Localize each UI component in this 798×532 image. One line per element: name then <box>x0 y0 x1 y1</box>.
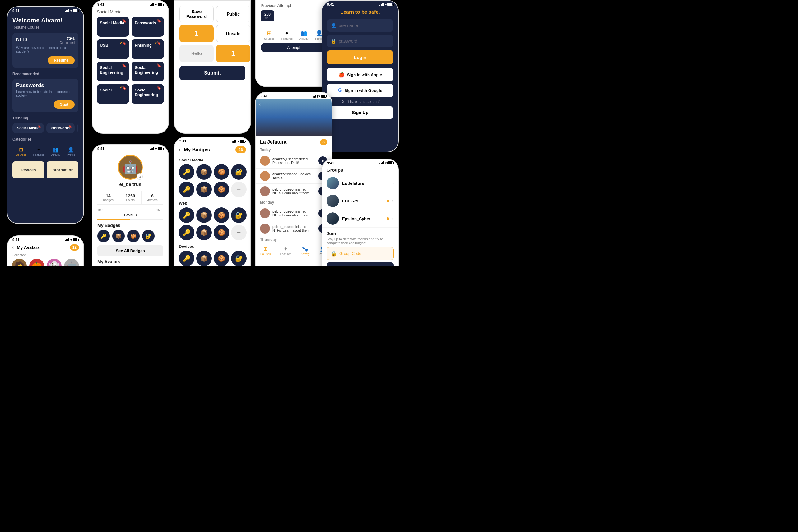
group-code-field: 🔒 <box>326 247 394 260</box>
group-chevron-2: › <box>392 198 394 203</box>
group-name-3: Epsilon_Cyber <box>342 216 383 221</box>
tile-social-eng-2[interactable]: 🔖 Social Engineering <box>132 61 164 81</box>
building-image <box>255 99 331 136</box>
status-icons-10: ▾ <box>65 238 78 242</box>
avatar-3[interactable]: 👻 <box>46 259 61 266</box>
battery-7 <box>240 139 245 143</box>
sm-badge-plus[interactable]: + <box>231 182 247 197</box>
save-password-button[interactable]: Save Password <box>179 5 214 22</box>
status-time-6: 9:41 <box>97 147 104 151</box>
bnav-activity[interactable]: 🐾 Activity <box>301 246 310 255</box>
web-badge-7: 🍪 <box>214 225 229 240</box>
status-time-2: 9:41 <box>97 2 104 6</box>
activity-text-4: pablo_queso finished NFTs. Learn about t… <box>272 210 316 217</box>
tile-social-eng-1[interactable]: 🔖 Social Engineering <box>97 61 129 81</box>
nav-featured[interactable]: ✦ Featured <box>33 147 44 156</box>
signal-bars-9 <box>379 162 384 165</box>
badges-preview-row: 🔑 📦 🍪 🔐 <box>92 230 168 245</box>
unsafe-button[interactable]: Unsafe <box>216 25 250 42</box>
avatar-1[interactable]: 🧑 <box>12 259 27 266</box>
category-information[interactable]: Information <box>46 162 78 178</box>
attempt-button[interactable]: Attempt <box>261 43 326 52</box>
web-badge-3: 🍪 <box>214 207 229 223</box>
rec-title: Passwords <box>16 82 75 89</box>
wifi-icon-8: ▾ <box>319 95 320 98</box>
trending-chip-extra[interactable]: U <box>77 123 78 133</box>
bnav-featured[interactable]: ✦ Featured <box>280 246 291 255</box>
bnav-courses[interactable]: ⊞ Courses <box>260 246 271 255</box>
tile-bookmark-3: 🔖 <box>122 41 127 45</box>
answer2-button[interactable]: 1 <box>216 45 250 62</box>
sign-in-apple-button[interactable]: 🍎 Sign in with Apple <box>327 68 393 81</box>
join-group-button[interactable]: Join <box>326 262 394 266</box>
back-button-badges[interactable]: ‹ <box>179 147 181 153</box>
trending-chip-label-2: Passwords <box>51 126 70 130</box>
nav-activity[interactable]: 👥 Activity <box>51 147 60 156</box>
battery-5 <box>387 3 393 6</box>
login-button[interactable]: Login <box>327 50 393 64</box>
attempt-nav-featured[interactable]: ✦ Featured <box>282 30 293 40</box>
signup-button[interactable]: Sign Up <box>327 106 393 119</box>
login-subtitle: Learn to be safe. <box>322 7 398 19</box>
thursday-label: Thursday <box>255 236 331 243</box>
web-badge-2: 📦 <box>196 207 212 223</box>
tile-bookmark-4: 🔖 <box>157 41 162 45</box>
start-button[interactable]: Start <box>54 100 75 109</box>
sign-in-google-button[interactable]: G Sign in with Google <box>327 84 393 97</box>
see-all-badges-button[interactable]: See All Badges <box>97 245 163 256</box>
resume-button[interactable]: Resume <box>48 56 75 64</box>
xp-value: 200 <box>264 12 270 17</box>
public-button[interactable]: Public <box>216 5 250 22</box>
tile-passwords[interactable]: 🔖 Passwords <box>132 17 164 37</box>
tile-social[interactable]: ✔ 🔖 Social <box>97 84 129 104</box>
battery-6 <box>158 147 163 150</box>
status-bar-7: 9:41 ▾ <box>174 137 250 144</box>
attempt-nav-courses[interactable]: ⊞ Courses <box>264 30 274 40</box>
web-badge-plus[interactable]: + <box>231 225 247 240</box>
avatar-4[interactable]: 🤖 <box>64 259 79 266</box>
tile-social-media[interactable]: 🔖 Social Media <box>97 17 129 37</box>
category-devices[interactable]: Devices <box>13 162 44 178</box>
attempt-nav-activity[interactable]: 👥 Activity <box>300 30 308 40</box>
devices-section: Devices <box>174 242 250 251</box>
trending-chip-social[interactable]: 🔖 Social Media <box>13 123 44 133</box>
apple-icon: 🍎 <box>338 72 345 78</box>
bookmark-icon-2: 🔖 <box>69 125 72 128</box>
tile-label-8: Social Engineering <box>135 88 158 97</box>
answer1-button[interactable]: 1 <box>179 25 214 42</box>
group-code-input[interactable] <box>339 251 392 256</box>
trending-chip-passwords[interactable]: 🔖 Passwords <box>46 123 75 133</box>
group-item-2[interactable]: ECE 579 › <box>322 192 398 210</box>
tile-social-eng-3[interactable]: 🔖 Social Engineering <box>132 84 164 104</box>
back-button-avatars[interactable]: ‹ <box>12 244 14 251</box>
course-title: NFTs <box>16 36 27 42</box>
hello-button[interactable]: Hello <box>179 45 214 62</box>
avatar-2[interactable]: 🎃 <box>29 259 44 266</box>
tile-phishing[interactable]: ✔ 🔖 Phishing <box>132 39 164 59</box>
no-account-text: Don't have an account? <box>322 99 398 104</box>
nav-activity-label: Activity <box>51 153 60 156</box>
stats-row: 14 Badges 1250 Points 6 Avatars <box>97 191 163 205</box>
group-item-1[interactable]: La Jefatura › <box>322 174 398 192</box>
password-input[interactable] <box>339 39 393 43</box>
back-arrow-activity[interactable]: ‹ <box>259 101 261 108</box>
web-badge-1: 🔑 <box>179 207 194 223</box>
nav-profile[interactable]: 👤 Profile <box>67 147 75 156</box>
course-card-header: NFTs 73% Completed <box>16 36 75 44</box>
battery-10 <box>73 238 78 241</box>
sm-badge-1: 🔑 <box>179 164 194 180</box>
username-input[interactable] <box>339 23 393 28</box>
submit-button[interactable]: Submit <box>179 66 245 80</box>
status-icons-2: ▾ <box>150 3 163 6</box>
status-icons-9: ▾ <box>379 162 393 165</box>
group-item-3[interactable]: Epsilon_Cyber › <box>322 210 398 228</box>
groups-header-label: Groups <box>322 166 398 174</box>
edit-avatar-icon[interactable]: ⊘ <box>136 173 143 180</box>
status-icons-5: ▾ <box>379 3 393 6</box>
tile-usb[interactable]: ✔ 🔖 USB <box>97 39 129 59</box>
bnav-activity-icon: 🐾 <box>302 246 308 252</box>
wifi-icon-2: ▾ <box>155 3 157 6</box>
avatar-emoji: 🤖 <box>122 160 138 175</box>
activity-bottom-nav: ⊞ Courses ✦ Featured 🐾 Activity 👤 Profil… <box>255 243 331 258</box>
nav-courses[interactable]: ⊞ Courses <box>16 147 26 156</box>
